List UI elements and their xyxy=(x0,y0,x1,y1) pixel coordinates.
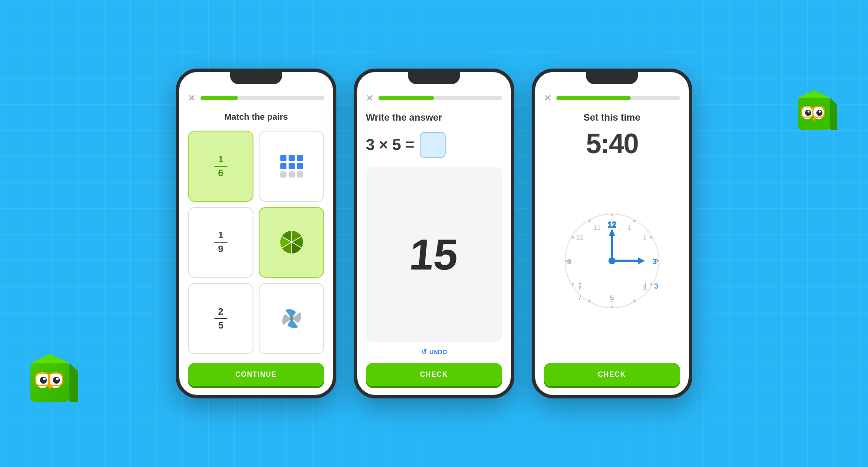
check-button-2[interactable]: CHECK xyxy=(366,363,502,386)
svg-point-6 xyxy=(40,377,47,384)
answer-box[interactable] xyxy=(420,132,446,158)
svg-text:3: 3 xyxy=(652,257,657,266)
svg-text:1: 1 xyxy=(643,233,647,240)
svg-marker-15 xyxy=(798,90,830,98)
progress-bar-bg xyxy=(201,96,324,100)
fraction-16: 1 6 xyxy=(214,154,227,179)
progress-bar-fill-2 xyxy=(378,96,434,100)
fraction-25: 2 5 xyxy=(214,306,227,331)
pair-card-pie[interactable] xyxy=(259,207,324,278)
phone3-title: Set this time xyxy=(544,112,680,123)
svg-point-21 xyxy=(808,111,810,113)
svg-text:7: 7 xyxy=(578,294,582,301)
svg-point-42 xyxy=(611,306,613,308)
svg-marker-2 xyxy=(30,354,69,363)
phone-write-answer: ✕ Write the answer 3 × 5 = 15 ↺ UNDO CHE… xyxy=(354,69,514,398)
undo-label: UNDO xyxy=(429,349,447,355)
fraction-19: 1 9 xyxy=(214,230,227,255)
svg-point-8 xyxy=(43,378,46,380)
svg-point-47 xyxy=(588,220,591,222)
pair-card-fraction-25[interactable]: 2 5 xyxy=(188,283,253,354)
phone-match-pairs: ✕ Match the pairs 1 6 xyxy=(176,69,336,398)
close-icon[interactable]: ✕ xyxy=(188,93,195,103)
pairs-grid: 1 6 xyxy=(188,131,324,354)
pair-card-grid[interactable] xyxy=(259,131,324,202)
svg-point-9 xyxy=(56,378,59,380)
svg-point-22 xyxy=(819,111,821,113)
grid-dots-icon xyxy=(280,155,303,178)
progress-bar-bg-3 xyxy=(556,96,680,100)
svg-point-41 xyxy=(633,299,636,302)
phone1-header: ✕ xyxy=(188,93,324,103)
svg-point-43 xyxy=(588,299,591,302)
svg-point-7 xyxy=(53,377,60,384)
svg-point-46 xyxy=(572,236,574,239)
drawing-area[interactable]: 15 xyxy=(366,167,502,342)
svg-text:12: 12 xyxy=(608,221,616,230)
phone2-title: Write the answer xyxy=(366,112,502,123)
svg-text:3: 3 xyxy=(654,283,658,290)
svg-text:7: 7 xyxy=(578,284,582,292)
clock-container: 12 1 2 4 5 7 9 11 3 5 7 12 3 1 4 5 7 xyxy=(544,164,680,358)
mascot-left xyxy=(26,350,82,406)
continue-button[interactable]: CONTinUe xyxy=(188,363,324,386)
svg-point-34 xyxy=(290,317,293,320)
svg-point-73 xyxy=(608,257,615,264)
undo-row[interactable]: ↺ UNDO xyxy=(366,348,502,356)
svg-point-38 xyxy=(650,236,652,239)
mascot-right xyxy=(794,87,842,135)
pair-card-fraction-19[interactable]: 1 9 xyxy=(188,207,253,278)
svg-text:4: 4 xyxy=(643,284,647,292)
equation-text: 3 × 5 = xyxy=(366,136,414,154)
svg-point-36 xyxy=(611,214,613,216)
svg-text:5: 5 xyxy=(610,296,614,303)
svg-point-37 xyxy=(633,220,636,222)
close-icon-2[interactable]: ✕ xyxy=(366,93,373,103)
undo-icon: ↺ xyxy=(421,348,427,356)
phone-set-time: ✕ Set this time 5:40 xyxy=(532,69,692,398)
svg-text:1: 1 xyxy=(628,224,631,231)
check-button-3[interactable]: CHECK xyxy=(544,363,680,386)
svg-text:11: 11 xyxy=(576,233,584,240)
svg-marker-3 xyxy=(69,363,78,402)
svg-point-40 xyxy=(650,283,652,286)
close-icon-3[interactable]: ✕ xyxy=(544,93,551,103)
equation-row: 3 × 5 = xyxy=(366,132,502,158)
svg-text:9: 9 xyxy=(567,258,570,266)
phone1-title: Match the pairs xyxy=(188,112,324,122)
svg-text:11: 11 xyxy=(594,224,601,231)
time-display: 5:40 xyxy=(544,128,680,160)
clock-face[interactable]: 12 1 2 4 5 7 9 11 3 5 7 12 3 1 4 5 7 xyxy=(560,209,664,313)
pair-card-fraction-16[interactable]: 1 6 xyxy=(188,131,253,202)
phone2-header: ✕ xyxy=(366,93,502,103)
progress-bar-bg-2 xyxy=(378,96,502,100)
svg-marker-16 xyxy=(830,98,837,130)
pair-card-pinwheel[interactable] xyxy=(259,283,324,354)
svg-point-44 xyxy=(572,283,574,286)
handwritten-answer: 15 xyxy=(408,230,460,280)
progress-bar-fill-3 xyxy=(556,96,631,100)
phone3-header: ✕ xyxy=(544,93,680,103)
pie-chart-icon xyxy=(279,229,305,255)
pinwheel-icon xyxy=(279,306,305,332)
progress-bar-fill xyxy=(201,96,238,100)
